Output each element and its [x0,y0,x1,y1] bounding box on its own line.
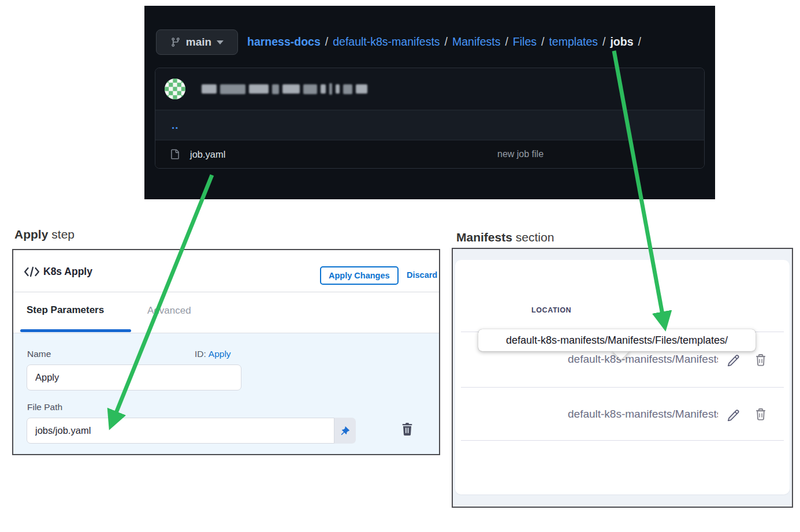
edit-manifest-button[interactable] [726,352,740,366]
screenshot-canvas: main harness-docs / default-k8s-manifest… [0,0,800,532]
manifest-location-text: default-k8s-manifests/Manifests/Files/te… [568,353,718,366]
breadcrumb-link-manifests[interactable]: Manifests [452,35,500,49]
tab-advanced[interactable]: Advanced [147,305,191,317]
chevron-down-icon [217,40,224,44]
manifest-location-text: default-k8s-manifests/Manifests/Files/te… [568,408,718,421]
breadcrumb: harness-docs / default-k8s-manifests / M… [247,29,646,54]
parent-directory-link[interactable]: .. [172,119,179,132]
apply-changes-button[interactable]: Apply Changes [320,266,399,285]
breadcrumb-separator: / [325,35,328,49]
apply-step-caption-bold: Apply [14,228,48,241]
delete-file-path-button[interactable] [401,423,413,436]
breadcrumb-repo-link[interactable]: harness-docs [247,35,321,49]
github-file-browser-panel: main harness-docs / default-k8s-manifest… [144,6,715,199]
breadcrumb-separator: / [638,35,641,49]
breadcrumb-separator: / [541,35,544,49]
code-icon [24,266,40,280]
manifests-list-card: LOCATION default-k8s-manifests/Manifests… [455,260,790,494]
pencil-icon [726,352,740,366]
file-path-input[interactable] [27,418,334,444]
trash-icon [401,423,413,436]
k8s-apply-step-panel: K8s Apply Apply Changes Discard Step Par… [12,249,440,455]
trash-icon [755,407,766,421]
branch-selector-button[interactable]: main [156,29,238,55]
delete-manifest-button[interactable] [755,407,766,421]
breadcrumb-separator: / [602,35,605,49]
active-tab-indicator [20,329,131,332]
file-path-field-label: File Path [27,402,62,412]
pencil-icon [726,407,740,421]
latest-commit-row [155,68,704,110]
step-parameters-form: Name ID:Apply File Path [13,333,439,454]
breadcrumb-link-templates[interactable]: templates [549,35,598,49]
apply-step-caption-rest: step [51,228,75,241]
branch-name-label: main [186,36,211,49]
file-icon [170,148,180,160]
manifests-section-caption: Manifestssection [456,230,554,244]
manifests-section-panel: LOCATION default-k8s-manifests/Manifests… [452,248,793,508]
file-row-job-yaml[interactable]: job.yaml new job file [155,140,704,168]
delete-manifest-button[interactable] [755,353,766,366]
discard-button[interactable]: Discard [407,270,437,280]
avatar[interactable] [165,79,185,99]
edit-manifest-button[interactable] [726,407,740,421]
breadcrumb-link-files[interactable]: Files [513,35,537,49]
git-branch-icon [170,36,181,48]
location-tooltip: default-k8s-manifests/Manifests/Files/te… [478,329,756,351]
step-title: K8s Apply [43,266,92,278]
name-field-label: Name [27,349,51,359]
step-id: ID:Apply [195,349,231,359]
pin-input-type-button[interactable] [334,418,356,444]
file-commit-message-link[interactable]: new job file [497,149,544,159]
manifests-caption-rest: section [516,230,555,244]
file-name-link[interactable]: job.yaml [190,149,225,160]
breadcrumb-separator: / [445,35,448,49]
apply-step-caption: Applystep [14,228,75,241]
breadcrumb-separator: / [505,35,508,49]
parent-directory-row[interactable]: .. [155,110,704,140]
breadcrumb-link-default-k8s-manifests[interactable]: default-k8s-manifests [333,35,440,49]
id-label: ID: [195,349,206,359]
step-panel-header: K8s Apply Apply Changes Discard [13,250,439,292]
pin-icon [340,426,350,436]
step-tabs: Step Parameters Advanced [13,292,439,333]
tab-step-parameters[interactable]: Step Parameters [27,304,104,316]
location-column-header: LOCATION [531,306,571,314]
breadcrumb-current-folder: jobs [610,35,633,49]
file-list-table: .. job.yaml new job file [155,68,705,169]
manifests-table-header: LOCATION [461,260,784,332]
manifests-caption-bold: Manifests [456,230,512,244]
trash-icon [755,353,766,366]
name-input[interactable] [27,364,241,390]
redacted-commit-message [202,83,371,95]
manifest-row: default-k8s-manifests/Manifests/Files/te… [461,388,784,441]
id-value-link[interactable]: Apply [209,349,231,359]
